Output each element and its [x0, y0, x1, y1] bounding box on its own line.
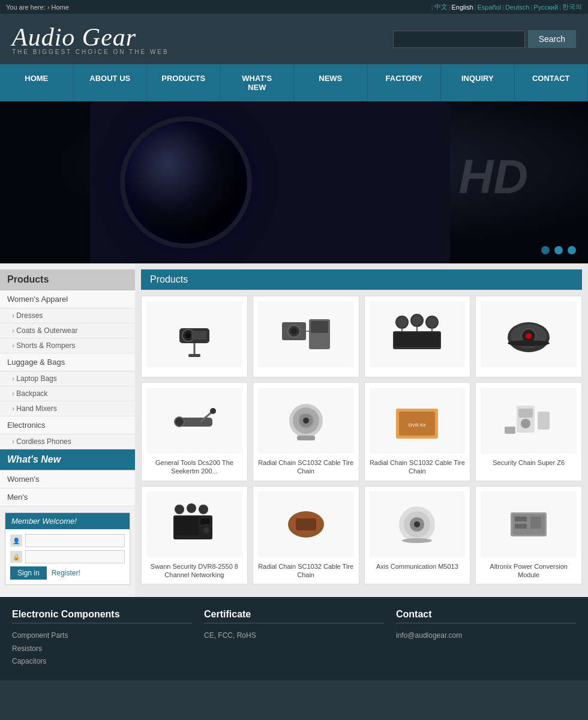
product-name-5: General Tools Dcs200 The Seekertm 200... — [146, 458, 242, 476]
sidebar-item-electronics[interactable]: Electronics — [0, 416, 135, 434]
password-row: 🔒 — [10, 550, 125, 563]
sidebar-item-womens[interactable]: Women's — [0, 470, 135, 488]
register-link[interactable]: Register! — [52, 569, 80, 577]
nav-news[interactable]: NEWS — [294, 64, 368, 101]
product-image-7: DVR Kit — [370, 388, 466, 454]
banner-image: HD — [0, 101, 588, 263]
svg-rect-33 — [297, 436, 315, 440]
product-image-1 — [146, 301, 242, 367]
search-area: Search — [393, 30, 576, 48]
lang-ko[interactable]: 한국의 — [562, 2, 582, 11]
footer-link-1[interactable]: Component Parts — [12, 629, 192, 643]
product-card-1[interactable] — [141, 296, 248, 377]
product-card-9[interactable]: Swann Security DVR8-2550 8 Channel Netwo… — [141, 486, 248, 585]
svg-rect-60 — [515, 517, 527, 521]
search-button[interactable]: Search — [528, 30, 576, 48]
svg-point-47 — [175, 505, 184, 514]
nav-inquiry[interactable]: INQUIRY — [441, 64, 515, 101]
product-image-9 — [146, 491, 242, 557]
svg-point-57 — [402, 538, 432, 543]
separator: | — [530, 4, 532, 11]
svg-point-23 — [526, 333, 532, 339]
svg-point-14 — [396, 316, 408, 328]
footer-col2-title: Certificate — [204, 609, 384, 623]
whats-new-sidebar-title: What's New — [0, 449, 135, 470]
product-card-4[interactable] — [475, 296, 582, 377]
footer-col3: Contact info@audiogear.com — [396, 609, 576, 668]
product-image-10 — [258, 491, 354, 557]
svg-point-28 — [210, 408, 216, 414]
footer-col1: Electronic Components Component Parts Re… — [12, 609, 192, 668]
product-card-3[interactable] — [364, 296, 471, 377]
logo-text[interactable]: Audio Gear — [12, 23, 169, 52]
lang-en[interactable]: English — [452, 4, 473, 11]
footer: Electronic Components Component Parts Re… — [0, 597, 588, 680]
product-image-4 — [481, 301, 577, 367]
dot-1[interactable] — [541, 246, 550, 254]
svg-point-39 — [521, 419, 530, 428]
sidebar-item-luggage[interactable]: Luggage & Bags — [0, 353, 135, 371]
member-title: Member Welcome! — [5, 513, 130, 529]
product-card-11[interactable]: Axis Communication M5013 — [364, 486, 471, 585]
product-name-6: Radial Chain SC1032 Cable Tire Chain — [258, 458, 354, 476]
svg-text:DVR Kit: DVR Kit — [409, 422, 426, 428]
footer-link-2[interactable]: Resistors — [12, 643, 192, 656]
footer-link-3[interactable]: Capacitors — [12, 655, 192, 668]
svg-rect-43 — [175, 517, 199, 535]
dot-3[interactable] — [568, 246, 576, 254]
product-card-7[interactable]: DVR Kit Radial Chain SC1032 Cable Tire C… — [364, 382, 471, 481]
sidebar-sub-cordless-phones[interactable]: Cordless Phones — [0, 434, 135, 449]
lang-ru[interactable]: Русский — [533, 4, 558, 11]
product-card-8[interactable]: Security Chain Super Z6 — [475, 382, 582, 481]
search-input[interactable] — [393, 31, 525, 48]
sidebar-sub-backpack[interactable]: Backpack — [0, 386, 135, 401]
product-card-5[interactable]: General Tools Dcs200 The Seekertm 200... — [141, 382, 248, 481]
top-bar: You are here: › Home | 中文 | English | Es… — [0, 0, 588, 14]
product-card-10[interactable]: Radial Chain SC1032 Cable Tire Chain — [253, 486, 359, 585]
product-card-2[interactable] — [253, 296, 359, 377]
svg-rect-13 — [394, 332, 440, 347]
sign-in-button[interactable]: Sign in — [10, 566, 47, 580]
lang-zh[interactable]: 中文 — [434, 2, 448, 11]
svg-rect-62 — [530, 517, 541, 529]
product-card-6[interactable]: Radial Chain SC1032 Cable Tire Chain — [253, 382, 359, 481]
svg-point-48 — [187, 503, 196, 513]
nav-products[interactable]: PRODUCTS — [147, 64, 221, 101]
svg-rect-40 — [538, 412, 550, 430]
sidebar-item-mens[interactable]: Men's — [0, 488, 135, 506]
product-card-12[interactable]: Altronix Power Conversion Module — [475, 486, 582, 585]
dot-2[interactable] — [554, 246, 563, 254]
sidebar-sub-hand-mixers[interactable]: Hand Mixers — [0, 401, 135, 416]
sidebar-sub-dresses[interactable]: Dresses — [0, 308, 135, 323]
svg-point-49 — [199, 505, 208, 514]
svg-point-32 — [303, 418, 309, 424]
product-name-7: Radial Chain SC1032 Cable Tire Chain — [370, 458, 466, 476]
lang-es[interactable]: Español — [477, 4, 501, 11]
sidebar-sub-laptop-bags[interactable]: Laptop Bags — [0, 371, 135, 386]
nav-contact[interactable]: CONTACT — [515, 64, 589, 101]
nav-whats-new[interactable]: WHAT'S NEW — [221, 64, 295, 101]
nav-home[interactable]: HOME — [0, 64, 74, 101]
nav-factory[interactable]: FACTORY — [368, 64, 442, 101]
nav-about[interactable]: ABOUT US — [74, 64, 148, 101]
breadcrumb: You are here: › Home — [6, 4, 69, 11]
home-link[interactable]: Home — [51, 4, 68, 11]
username-input[interactable] — [25, 534, 125, 547]
svg-point-2 — [185, 332, 191, 338]
product-image-6 — [258, 388, 354, 454]
svg-rect-46 — [200, 518, 209, 524]
password-input[interactable] — [25, 550, 125, 563]
lang-de[interactable]: Deutsch — [505, 4, 529, 11]
banner: HD — [0, 101, 588, 263]
svg-rect-10 — [311, 321, 328, 333]
product-name-11: Axis Communication M5013 — [370, 562, 466, 571]
camera-lens — [120, 116, 252, 248]
main-nav: HOME ABOUT US PRODUCTS WHAT'S NEW NEWS F… — [0, 64, 588, 101]
certificate-content: CE, FCC, RoHS — [204, 629, 384, 643]
sidebar-item-womens-apparel[interactable]: Women's Apparel — [0, 290, 135, 308]
member-box: Member Welcome! 👤 🔒 Sign in Register! — [5, 512, 130, 585]
svg-rect-41 — [505, 427, 515, 434]
sidebar-sub-coats[interactable]: Coats & Outerwear — [0, 323, 135, 338]
sidebar-sub-shorts[interactable]: Shorts & Rompers — [0, 338, 135, 353]
product-name-8: Security Chain Super Z6 — [481, 458, 577, 467]
